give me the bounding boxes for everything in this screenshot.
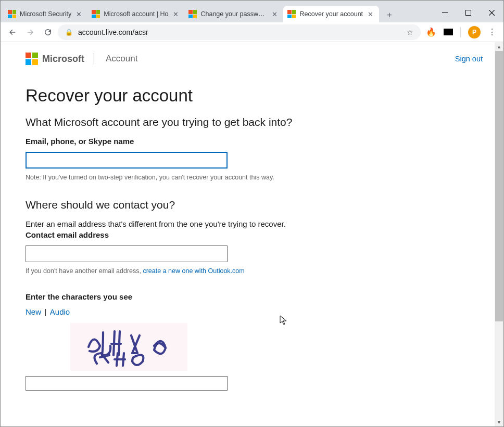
minimize-button[interactable] — [433, 5, 457, 20]
back-button[interactable] — [5, 24, 20, 40]
contact-heading: Where should we contact you? — [26, 199, 478, 211]
microsoft-logo-icon — [26, 53, 38, 65]
close-window-button[interactable] — [480, 5, 503, 20]
section-account-identifier: What Microsoft account are you trying to… — [26, 116, 478, 181]
two-step-note: Note: If you've turned on two-step verif… — [26, 174, 478, 181]
create-outlook-link[interactable]: create a new one with Outlook.com — [143, 267, 244, 275]
window-controls — [433, 5, 503, 20]
browser-toolbar: 🔒 account.live.com/acsr ☆ 🔥 P ⋮ — [1, 22, 503, 42]
bookmark-icon[interactable]: ☆ — [407, 28, 413, 36]
tab-1[interactable]: Microsoft account | Ho ✕ — [87, 6, 184, 22]
tab-0[interactable]: Microsoft Security ✕ — [4, 6, 87, 22]
page-title: Recover your account — [26, 86, 478, 106]
contact-note-text: If you don't have another email address, — [26, 267, 143, 275]
captcha-audio-link[interactable]: Audio — [50, 307, 70, 316]
account-id-input[interactable] — [26, 152, 228, 169]
brand-block: Microsoft Account — [26, 53, 137, 65]
microsoft-icon — [287, 10, 296, 18]
tab-title: Microsoft account | Ho — [104, 10, 168, 18]
site-header: Microsoft Account Sign out — [1, 42, 503, 71]
pipe-separator: | — [44, 307, 46, 316]
maximize-button[interactable] — [457, 5, 480, 20]
extension-fire-icon[interactable]: 🔥 — [426, 27, 436, 37]
sign-out-link[interactable]: Sign out — [455, 55, 483, 63]
section-captcha: Enter the characters you see New | Audio — [26, 292, 478, 391]
tab-3[interactable]: Recover your account ✕ — [283, 6, 379, 22]
url-text: account.live.com/acsr — [78, 28, 401, 36]
brand-name: Microsoft — [42, 54, 84, 64]
reload-button[interactable] — [40, 24, 56, 40]
captcha-label: Enter the characters you see — [26, 292, 478, 301]
browser-chrome: Microsoft Security ✕ Microsoft account |… — [1, 1, 503, 42]
brand-section: Account — [106, 54, 137, 64]
lock-icon: 🔒 — [65, 29, 73, 36]
tab-title: Change your password — [200, 10, 267, 18]
address-bar[interactable]: 🔒 account.live.com/acsr ☆ — [58, 24, 421, 40]
microsoft-icon — [92, 10, 100, 18]
close-icon[interactable]: ✕ — [75, 10, 82, 18]
extension-icons: 🔥 P ⋮ — [423, 26, 499, 38]
captcha-input[interactable] — [26, 376, 228, 391]
extension-card-icon[interactable] — [444, 29, 453, 35]
vertical-scrollbar[interactable]: ▲ ▼ — [495, 42, 503, 426]
scroll-thumb[interactable] — [495, 51, 503, 321]
contact-desc: Enter an email address that's different … — [26, 219, 478, 228]
page-viewport: Microsoft Account Sign out Recover your … — [1, 42, 503, 426]
captcha-controls: New | Audio — [26, 307, 478, 317]
microsoft-icon — [188, 10, 197, 18]
svg-rect-1 — [466, 10, 471, 15]
scroll-up-icon[interactable]: ▲ — [495, 42, 503, 51]
main-content: Recover your account What Microsoft acco… — [1, 71, 503, 391]
tabstrip: Microsoft Security ✕ Microsoft account |… — [1, 5, 503, 22]
new-tab-button[interactable]: + — [382, 8, 397, 22]
separator — [460, 27, 461, 37]
contact-email-label: Contact email address — [26, 230, 478, 239]
contact-note: If you don't have another email address,… — [26, 267, 478, 275]
page-content: Microsoft Account Sign out Recover your … — [1, 42, 503, 426]
tab-title: Microsoft Security — [20, 10, 71, 18]
microsoft-icon — [8, 10, 16, 18]
forward-button[interactable] — [22, 24, 38, 40]
account-id-label: Email, phone, or Skype name — [26, 137, 478, 146]
close-icon[interactable]: ✕ — [367, 10, 374, 18]
contact-email-input[interactable] — [26, 245, 228, 262]
close-icon[interactable]: ✕ — [172, 10, 179, 18]
scroll-down-icon[interactable]: ▼ — [495, 418, 503, 426]
section-contact: Where should we contact you? Enter an em… — [26, 199, 478, 275]
brand-separator — [94, 53, 94, 64]
captcha-new-link[interactable]: New — [26, 307, 41, 316]
tab-title: Recover your account — [299, 10, 363, 18]
question-heading: What Microsoft account are you trying to… — [26, 116, 478, 128]
profile-avatar[interactable]: P — [468, 26, 481, 38]
close-icon[interactable]: ✕ — [271, 10, 278, 18]
titlebar — [1, 1, 503, 5]
kebab-menu-icon[interactable]: ⋮ — [488, 27, 496, 37]
captcha-image — [70, 323, 187, 371]
tab-2[interactable]: Change your password ✕ — [184, 6, 283, 22]
